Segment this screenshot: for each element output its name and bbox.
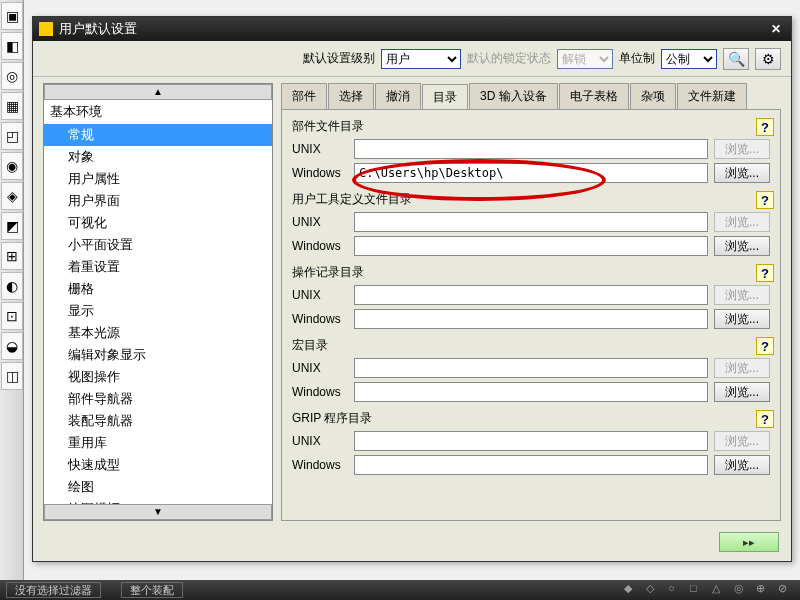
statusbar: 没有选择过滤器 整个装配 ◆ ◇ ○ □ △ ◎ ⊕ ⊘ xyxy=(0,580,800,600)
path-input[interactable] xyxy=(354,212,708,232)
tree-item[interactable]: 用户属性 xyxy=(44,168,272,190)
tab[interactable]: 部件 xyxy=(281,83,327,109)
help-icon[interactable]: ? xyxy=(756,264,774,282)
path-input[interactable] xyxy=(354,285,708,305)
path-input[interactable] xyxy=(354,358,708,378)
filter-status[interactable]: 没有选择过滤器 xyxy=(6,582,101,598)
tree-item[interactable]: 显示 xyxy=(44,300,272,322)
help-icon[interactable]: ? xyxy=(756,118,774,136)
tool-icon[interactable]: ⊡ xyxy=(1,302,23,330)
path-input[interactable] xyxy=(354,382,708,402)
dialog-title: 用户默认设置 xyxy=(59,20,137,38)
path-row: UNIX浏览... xyxy=(292,431,770,451)
ok-button[interactable]: ▸▸ xyxy=(719,532,779,552)
titlebar: 用户默认设置 ✕ xyxy=(33,17,791,41)
browse-button: 浏览... xyxy=(714,212,770,232)
tool-icon[interactable]: ◎ xyxy=(1,62,23,90)
close-button[interactable]: ✕ xyxy=(767,21,785,37)
tab[interactable]: 撤消 xyxy=(375,83,421,109)
tree-item[interactable]: 对象 xyxy=(44,146,272,168)
scroll-up-button[interactable]: ▲ xyxy=(44,84,272,100)
platform-label: UNIX xyxy=(292,142,348,156)
tool-icon[interactable]: ◈ xyxy=(1,182,23,210)
tool-icon[interactable]: ◉ xyxy=(1,152,23,180)
platform-label: UNIX xyxy=(292,434,348,448)
tool-icon[interactable]: ◰ xyxy=(1,122,23,150)
tree-item[interactable]: 着重设置 xyxy=(44,256,272,278)
lock-select[interactable]: 解锁 xyxy=(557,49,613,69)
tree-item[interactable]: 绘图 xyxy=(44,476,272,498)
settings-icon[interactable]: ⚙ xyxy=(755,48,781,70)
path-row: UNIX浏览... xyxy=(292,285,770,305)
browse-button[interactable]: 浏览... xyxy=(714,382,770,402)
tree-item[interactable]: 重用库 xyxy=(44,432,272,454)
status-icon[interactable]: ⊘ xyxy=(778,582,794,598)
platform-label: UNIX xyxy=(292,215,348,229)
browse-button: 浏览... xyxy=(714,285,770,305)
status-icon[interactable]: ⊕ xyxy=(756,582,772,598)
platform-label: Windows xyxy=(292,239,348,253)
binoculars-icon[interactable]: 🔍 xyxy=(723,48,749,70)
browse-button: 浏览... xyxy=(714,139,770,159)
tool-icon[interactable]: ◧ xyxy=(1,32,23,60)
tree-item[interactable]: 常规 xyxy=(44,124,272,146)
tab[interactable]: 杂项 xyxy=(630,83,676,109)
level-select[interactable]: 用户 xyxy=(381,49,461,69)
status-icon[interactable]: □ xyxy=(690,582,706,598)
tool-icon[interactable]: ▦ xyxy=(1,92,23,120)
tab[interactable]: 文件新建 xyxy=(677,83,747,109)
status-icon[interactable]: △ xyxy=(712,582,728,598)
browse-button[interactable]: 浏览... xyxy=(714,236,770,256)
platform-label: Windows xyxy=(292,166,348,180)
tree-item[interactable]: 用户界面 xyxy=(44,190,272,212)
unit-select[interactable]: 公制 xyxy=(661,49,717,69)
tab[interactable]: 3D 输入设备 xyxy=(469,83,558,109)
platform-label: UNIX xyxy=(292,361,348,375)
directory-section: 操作记录目录?UNIX浏览...Windows浏览... xyxy=(292,264,770,329)
tree-item[interactable]: 装配导航器 xyxy=(44,410,272,432)
scroll-down-button[interactable]: ▼ xyxy=(44,504,272,520)
tool-icon[interactable]: ⊞ xyxy=(1,242,23,270)
path-input[interactable] xyxy=(354,455,708,475)
tree-item[interactable]: 小平面设置 xyxy=(44,234,272,256)
tree-item[interactable]: 部件导航器 xyxy=(44,388,272,410)
dialog-footer: ▸▸ xyxy=(33,527,791,557)
path-input[interactable] xyxy=(354,139,708,159)
help-icon[interactable]: ? xyxy=(756,410,774,428)
path-input[interactable] xyxy=(354,163,708,183)
tree-item[interactable]: 快速成型 xyxy=(44,454,272,476)
lock-state-label: 默认的锁定状态 xyxy=(467,50,551,67)
level-label: 默认设置级别 xyxy=(303,50,375,67)
status-icon[interactable]: ◎ xyxy=(734,582,750,598)
help-icon[interactable]: ? xyxy=(756,337,774,355)
help-icon[interactable]: ? xyxy=(756,191,774,209)
path-row: Windows浏览... xyxy=(292,309,770,329)
browse-button[interactable]: 浏览... xyxy=(714,455,770,475)
tool-icon[interactable]: ◐ xyxy=(1,272,23,300)
path-input[interactable] xyxy=(354,309,708,329)
tree-item[interactable]: 编辑对象显示 xyxy=(44,344,272,366)
tree-item[interactable]: 可视化 xyxy=(44,212,272,234)
path-input[interactable] xyxy=(354,236,708,256)
tool-icon[interactable]: ▣ xyxy=(1,2,23,30)
tab[interactable]: 电子表格 xyxy=(559,83,629,109)
status-icon[interactable]: ◇ xyxy=(646,582,662,598)
tool-icon[interactable]: ◒ xyxy=(1,332,23,360)
tree-item[interactable]: 视图操作 xyxy=(44,366,272,388)
status-icon[interactable]: ○ xyxy=(668,582,684,598)
tree-header[interactable]: 基本环境 xyxy=(44,100,272,124)
path-row: Windows浏览... xyxy=(292,163,770,183)
directory-section: 部件文件目录?UNIX浏览...Windows浏览... xyxy=(292,118,770,183)
left-app-toolbar: ▣ ◧ ◎ ▦ ◰ ◉ ◈ ◩ ⊞ ◐ ⊡ ◒ ◫ xyxy=(0,0,24,580)
tool-icon[interactable]: ◩ xyxy=(1,212,23,240)
tab[interactable]: 目录 xyxy=(422,84,468,110)
tree-item[interactable]: 基本光源 xyxy=(44,322,272,344)
status-icon[interactable]: ◆ xyxy=(624,582,640,598)
browse-button[interactable]: 浏览... xyxy=(714,163,770,183)
tab[interactable]: 选择 xyxy=(328,83,374,109)
browse-button[interactable]: 浏览... xyxy=(714,309,770,329)
assembly-status[interactable]: 整个装配 xyxy=(121,582,183,598)
path-input[interactable] xyxy=(354,431,708,451)
tool-icon[interactable]: ◫ xyxy=(1,362,23,390)
tree-item[interactable]: 栅格 xyxy=(44,278,272,300)
